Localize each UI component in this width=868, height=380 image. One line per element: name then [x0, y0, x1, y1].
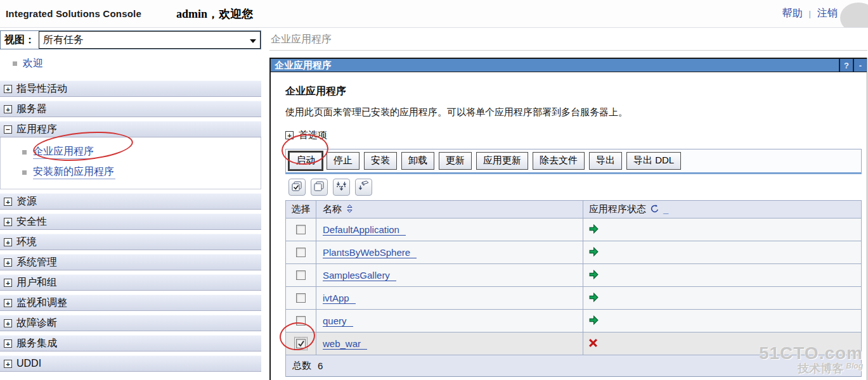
update-button[interactable]: 更新 [439, 152, 472, 170]
sidebar-section-guided-activities[interactable]: +指导性活动 [0, 80, 261, 97]
sidebar-section-servers[interactable]: +服务器 [0, 101, 261, 117]
clear-filter-button[interactable] [355, 179, 372, 196]
sidebar-section-security[interactable]: +安全性 [0, 213, 261, 230]
row-checkbox-DefaultApplication[interactable] [296, 225, 306, 234]
uninstall-button[interactable]: 卸载 [401, 152, 434, 170]
expand-icon[interactable]: + [4, 299, 12, 307]
table-row-web_war: web_war [286, 332, 861, 355]
sidebar-section-label: 故障诊断 [16, 317, 57, 330]
sidebar-section-system-administration[interactable]: +系统管理 [0, 254, 261, 270]
expand-icon[interactable]: + [4, 198, 12, 206]
row-checkbox-web_war[interactable] [296, 339, 306, 348]
sidebar-section-label: 系统管理 [16, 256, 57, 269]
sidebar-section-label: 应用程序 [16, 123, 57, 136]
table-footer-row: 总数6 [286, 355, 861, 377]
application-link-ivtApp[interactable]: ivtApp [323, 293, 356, 304]
applications-table: 选择名称应用程序状态_DefaultApplicationPlantsByWeb… [285, 200, 862, 377]
sidebar-section-monitoring-and-tuning[interactable]: +监视和调整 [0, 294, 261, 311]
select-all-icon [291, 180, 303, 194]
sidebar-section-label: 安全性 [16, 215, 47, 229]
help-link[interactable]: 帮助 [782, 7, 803, 20]
sort-icon[interactable] [347, 204, 353, 215]
row-checkbox-ivtApp[interactable] [296, 293, 306, 303]
row-checkbox-query[interactable] [296, 316, 306, 326]
status-started-icon [589, 315, 599, 327]
sidebar-item-enterprise-applications[interactable]: 企业应用程序 [1, 142, 261, 162]
bullet-icon [22, 150, 27, 155]
sidebar-link-enterprise-applications[interactable]: 企业应用程序 [33, 145, 95, 159]
sidebar-section-users-and-groups[interactable]: +用户和组 [0, 274, 261, 291]
install-button[interactable]: 安装 [364, 152, 397, 170]
status-started-icon [589, 293, 599, 304]
stop-button[interactable]: 停止 [327, 152, 360, 170]
remove-file-button[interactable]: 除去文件 [533, 152, 585, 170]
clear-filter-icon [358, 180, 370, 194]
panel-minimize-button[interactable]: - [853, 59, 867, 72]
preferences-toggle[interactable]: + 首选项 [285, 129, 862, 141]
expand-icon[interactable]: + [4, 360, 12, 368]
column-header-status: 应用程序状态_ [583, 203, 861, 215]
logout-link[interactable]: 注销 [817, 7, 838, 20]
status-started-icon [589, 270, 599, 281]
table-row-DefaultApplication: DefaultApplication [286, 218, 861, 241]
page-description: 使用此页面来管理已安装的应用程序。可以将单个应用程序部署到多台服务器上。 [285, 106, 862, 118]
sidebar-section-label: 资源 [16, 195, 37, 208]
export-ddl-button[interactable]: 导出 DDL [626, 152, 681, 170]
expand-icon[interactable]: + [4, 238, 12, 246]
total-value: 6 [318, 360, 323, 371]
export-button[interactable]: 导出 [589, 152, 622, 170]
expand-icon[interactable]: + [4, 279, 12, 287]
collapse-icon[interactable]: − [4, 125, 12, 134]
panel-help-button[interactable]: ? [839, 59, 853, 72]
sidebar-link-install-new-application[interactable]: 安装新的应用程序 [33, 165, 115, 179]
sidebar-item-install-new-application[interactable]: 安装新的应用程序 [1, 162, 261, 182]
bullet-icon [13, 61, 17, 66]
deselect-all-button[interactable] [311, 179, 328, 196]
row-checkbox-SamplesGallery[interactable] [296, 270, 306, 280]
sidebar-section-troubleshooting[interactable]: +故障诊断 [0, 315, 261, 331]
panel-body: 企业应用程序 使用此页面来管理已安装的应用程序。可以将单个应用程序部署到多台服务… [271, 85, 867, 377]
row-checkbox-PlantsByWebSphere[interactable] [296, 248, 306, 257]
sidebar-section-uddi[interactable]: +UDDI [0, 355, 261, 372]
action-button-bar: 启动停止安装卸载更新应用更新除去文件导出导出 DDL [285, 149, 862, 174]
column-header-select: 选择 [286, 201, 316, 218]
sidebar-section-label: UDDI [16, 358, 41, 369]
expand-icon[interactable]: + [4, 339, 12, 348]
sidebar-subpanel-applications: 企业应用程序安装新的应用程序 [0, 137, 261, 189]
table-header-row: 选择名称应用程序状态_ [286, 201, 861, 218]
banner-separator: | [809, 9, 811, 18]
welcome-link[interactable]: 欢迎 [23, 57, 43, 70]
expand-icon[interactable]: + [4, 319, 12, 327]
preferences-label: 首选项 [299, 129, 327, 141]
expand-icon[interactable]: + [4, 218, 12, 226]
sidebar-item-welcome[interactable]: 欢迎 [0, 49, 261, 77]
application-link-DefaultApplication[interactable]: DefaultApplication [323, 224, 406, 236]
welcome-text: admin，欢迎您 [176, 6, 253, 22]
show-filter-button[interactable] [333, 179, 350, 196]
select-all-button[interactable] [288, 179, 306, 196]
sidebar-section-applications[interactable]: −应用程序 [0, 121, 261, 137]
sidebar-section-resources[interactable]: +资源 [0, 193, 261, 210]
start-button[interactable]: 启动 [289, 152, 322, 170]
expand-icon[interactable]: + [285, 131, 294, 139]
application-link-query[interactable]: query [323, 315, 353, 327]
sidebar-sections: +指导性活动+服务器−应用程序企业应用程序安装新的应用程序+资源+安全性+环境+… [0, 80, 261, 372]
chevron-down-icon [250, 39, 256, 43]
task-view-select[interactable]: 所有任务 [39, 31, 261, 49]
app-title: Integrated Solutions Console [6, 8, 141, 19]
page-title: 企业应用程序 [285, 85, 862, 98]
expand-icon[interactable]: + [4, 258, 12, 267]
refresh-icon[interactable] [650, 204, 659, 215]
expand-icon[interactable]: + [4, 85, 12, 93]
sidebar-section-service-integration[interactable]: +服务集成 [0, 335, 261, 352]
table-row-query: query [286, 310, 861, 332]
application-link-SamplesGallery[interactable]: SamplesGallery [323, 270, 396, 281]
panel-titlebar: 企业应用程序 ? - [271, 58, 867, 72]
sidebar-section-environment[interactable]: +环境 [0, 234, 261, 250]
rollout-update-button[interactable]: 应用更新 [476, 152, 528, 170]
sidebar-section-label: 监视和调整 [16, 296, 67, 310]
table-row-SamplesGallery: SamplesGallery [286, 264, 861, 287]
expand-icon[interactable]: + [4, 105, 12, 113]
application-link-web_war[interactable]: web_war [323, 338, 367, 350]
application-link-PlantsByWebSphere[interactable]: PlantsByWebSphere [323, 247, 417, 258]
